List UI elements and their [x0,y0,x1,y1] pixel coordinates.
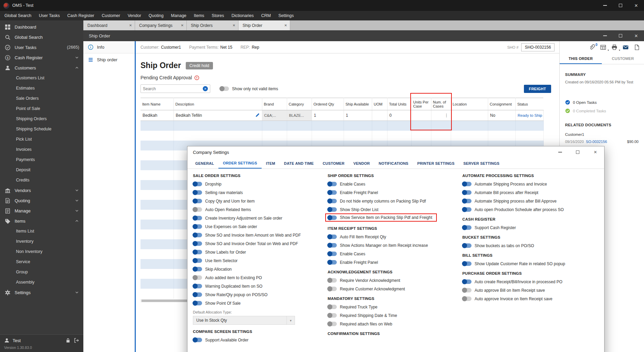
toggle-on-icon[interactable] [193,241,202,246]
toggle-on-icon[interactable] [462,190,472,195]
setting-required-truck-type[interactable]: Required Truck Type [328,304,457,310]
column-header-units-per-case[interactable]: Units Per Case [411,98,431,110]
setting-auto-fill-item-receipt-qty[interactable]: Auto Fill Item Receipt Qty [328,234,457,240]
sidebar-item-credits[interactable]: Credits [0,175,83,185]
menu-item-global-search[interactable]: Global Search [1,13,35,18]
toggle-off-icon[interactable] [328,313,337,318]
menu-item-cash-register[interactable]: Cash Register [64,13,98,18]
sidebar-item-cash-register[interactable]: $Cash Register [0,52,83,63]
freight-button[interactable]: FREIGHT [524,85,551,93]
table-row[interactable]: BedikahBedikah TefilinC&A;...BLAZE...110… [141,110,543,121]
sho-number-field[interactable]: SHO-0032156 [521,43,555,51]
sidebar-item-manage[interactable]: Manage [0,206,83,216]
tab-company-settings[interactable]: Company Settings✕ [135,20,187,30]
dialog-close-button[interactable]: ✕ [587,146,604,158]
dialog-tab-notifications[interactable]: NOTIFICATIONS [374,158,413,169]
search-input[interactable] [143,86,203,91]
column-header-category[interactable]: Category [287,98,312,110]
setting-show-buckets-as-tabs-on-po-so[interactable]: Show buckets as tabs on PO/SO [462,243,592,249]
column-header-uom[interactable]: UOM [372,98,387,110]
toggle-on-icon[interactable] [193,301,202,305]
toggle-on-icon[interactable] [193,224,202,229]
dialog-tab-printer-settings[interactable]: PRINTER SETTINGS [413,158,459,169]
column-header-ship-available[interactable]: Ship Available [344,98,372,110]
setting-use-item-selector[interactable]: Use Item Selector [193,258,322,263]
toggle-off-icon[interactable] [328,287,337,291]
print-icon[interactable]: ▾ [611,44,617,50]
sidebar-item-customers-list[interactable]: Customers List [0,73,83,83]
dialog-tab-date-and-time[interactable]: DATE AND TIME [280,158,318,169]
close-icon[interactable]: ✕ [181,23,184,27]
setting-do-not-hide-empty-columns-on-packing-slip-pdf[interactable]: Do not hide empty columns on Packing Sli… [328,198,457,204]
window-minimize-button[interactable] [597,30,613,41]
setting-show-so-and-invoice-item-amount-on-web-and-pdf[interactable]: Show SO and Invoice Item Amount on Web a… [193,232,322,238]
setting-show-service-item-on-packing-slip-pdf-and-freight[interactable]: Show Service Item on Packing Slip Pdf an… [325,213,437,222]
sidebar-item-pick-list[interactable]: Pick List [0,134,83,144]
setting-warning-duplicated-item-on-so[interactable]: Warning Duplicated Item on SO [193,283,322,289]
dialog-tab-server-settings[interactable]: SERVER SETTINGS [459,158,504,169]
tab-ship-order[interactable]: Ship Order✕ [238,20,290,30]
toggle-on-icon[interactable] [193,258,202,263]
clear-search-icon[interactable]: ✕ [203,86,208,91]
toggle-on-icon[interactable] [462,243,472,248]
related-document-row[interactable]: 09/16/2020 SO-0032156 $90.00 [565,140,639,144]
dialog-tab-item[interactable]: ITEM [262,158,280,169]
toggle-on-icon[interactable] [193,233,202,237]
toggle-on-icon[interactable] [462,182,472,186]
setting-create-inventory-adjustment-on-sale-order[interactable]: Create Inventory Adjustment on Sale orde… [193,215,322,221]
menu-item-quoting[interactable]: Quoting [145,13,167,18]
menu-item-dictionaries[interactable]: Dictionaries [228,13,258,18]
document-icon[interactable] [634,44,640,50]
setting-show-so-and-invoice-order-total-on-web-and-pdf[interactable]: Show SO and Invoice Order Total on Web a… [193,241,322,246]
app-maximize-button[interactable] [613,0,628,11]
sidebar-item-items-list[interactable]: Items List [0,226,83,236]
menu-item-vendor[interactable]: Vendor [124,13,145,18]
sidebar-item-point-of-sale[interactable]: Point of Sale [0,103,83,114]
setting-require-customer-acknowledgment[interactable]: Require Customer Acknowledgment [328,286,457,292]
toggle-off-icon[interactable] [462,297,472,301]
sidebar-item-group[interactable]: Group [0,267,83,277]
close-icon[interactable]: ✕ [284,23,287,27]
toggle-off-icon[interactable] [328,322,337,326]
sidebar-item-quoting[interactable]: Quoting [0,195,83,206]
setting-auto-added-item-to-existing-po[interactable]: Auto added item to Existing PO [193,275,322,281]
column-header-location[interactable]: Location [451,98,488,110]
logout-icon[interactable] [74,338,79,343]
toggle-off-icon[interactable] [462,288,472,292]
setting-skip-allocation[interactable]: Skip Allocation [193,266,322,272]
menu-item-settings[interactable]: Settings [275,13,297,18]
sidebar-item-settings[interactable]: Settings [0,287,83,298]
menu-item-stores[interactable]: Stores [208,13,228,18]
column-header-ordered-qty[interactable]: Ordered Qty [312,98,344,110]
dialog-maximize-button[interactable] [569,146,587,158]
sidebar-item-inventory[interactable]: Inventory [0,236,83,246]
lock-icon[interactable] [65,338,71,343]
sidebar-item-assembly[interactable]: Assembly [0,277,83,287]
toggle-on-icon[interactable] [328,199,337,203]
setting-selling-raw-materials[interactable]: Selling raw materials [193,190,322,195]
tab-ship-orders[interactable]: Ship Orders✕ [187,20,238,30]
dialog-tab-vendor[interactable]: VENDOR [349,158,374,169]
setting-show-point-of-sale[interactable]: Show Point Of Sale [193,300,322,306]
not-valid-items-filter[interactable]: Show only not valid items [220,86,278,91]
setting-show-update-customer-rate-in-related-so-popup[interactable]: Show Update Customer Rate in related SO … [462,261,592,267]
column-header-num-of-cases[interactable]: Num. of Cases [431,98,451,110]
toggle-on-icon[interactable] [328,190,337,195]
toggle-on-icon[interactable] [328,252,337,256]
menu-item-manage[interactable]: Manage [167,13,190,18]
toggle-on-icon[interactable] [328,243,337,247]
panel-tab-this-order[interactable]: THIS ORDER [560,53,602,64]
toggle-on-icon[interactable] [193,190,202,195]
menu-item-items[interactable]: Items [190,13,208,18]
setting-show-actions-manager-on-item-receipt-increase[interactable]: Show Actions Manager on Item Receipt inc… [328,242,457,248]
edit-icon[interactable] [255,113,260,117]
toggle-off-icon[interactable] [193,275,202,280]
sidebar-item-non-inventory[interactable]: Non Inventory [0,246,83,257]
toggle-on-icon[interactable] [328,260,337,265]
setting-support-cash-register[interactable]: Support Cash Register [462,225,592,230]
row-menu-icon[interactable]: ⋮ [445,113,449,118]
toggle-on-icon[interactable] [462,261,472,266]
column-header-status[interactable]: Status [515,98,543,110]
mail-icon[interactable] [623,44,629,50]
setting-show-ship-order-list[interactable]: Show Ship Order List [328,207,457,212]
